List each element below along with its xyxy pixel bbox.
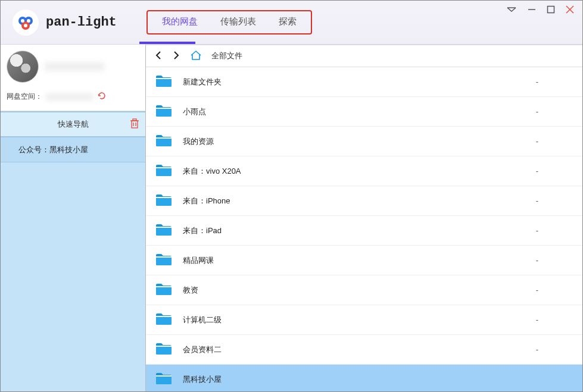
minimize-button[interactable] [528,5,536,15]
folder-icon [155,372,172,387]
main-panel: 全部文件 新建文件夹-小雨点-我的资源-来自：vivo X20A-来自：iPho… [146,45,582,391]
file-name: 教资 [183,285,501,296]
file-row[interactable]: 精品网课- [146,246,582,275]
file-row[interactable]: 我的资源- [146,127,582,156]
svg-rect-10 [132,121,138,128]
svg-rect-15 [156,78,172,79]
file-name: 精品网课 [183,255,501,266]
svg-rect-14 [133,119,136,121]
file-row[interactable]: 来自：iPad- [146,216,582,246]
file-name: 黑科技小屋 [183,374,501,385]
file-meta: - [501,196,573,205]
wechat-info[interactable]: 公众号：黑科技小屋 [1,137,145,162]
file-name: 我的资源 [183,136,501,147]
file-row[interactable]: 来自：vivo X20A- [146,156,582,186]
breadcrumb-root[interactable]: 全部文件 [211,51,242,61]
svg-rect-22 [156,286,172,287]
file-list[interactable]: 新建文件夹-小雨点-我的资源-来自：vivo X20A-来自：iPhone-来自… [146,67,582,391]
file-row[interactable]: 小雨点- [146,97,582,127]
tab-my-pan[interactable]: 我的网盘 [162,16,198,29]
back-button[interactable] [154,51,163,62]
svg-point-5 [24,24,27,27]
svg-rect-19 [156,197,172,198]
folder-icon [155,253,172,268]
home-icon[interactable] [190,50,202,62]
file-meta: - [501,226,573,235]
svg-rect-21 [156,256,172,258]
folder-icon [155,283,172,297]
svg-rect-24 [156,346,172,347]
dropdown-icon[interactable] [506,6,517,15]
tab-explore[interactable]: 探索 [279,16,297,29]
logo-area: pan-light [13,10,117,36]
svg-point-4 [27,19,30,23]
folder-icon [155,223,172,238]
username-redacted [45,62,104,71]
file-meta: - [501,256,573,265]
file-row[interactable]: 教资- [146,275,582,305]
file-row[interactable]: 来自：iPhone- [146,186,582,216]
quick-nav[interactable]: 快速导航 [1,111,145,137]
profile-panel: 网盘空间： [1,45,145,111]
file-name: 会员资料二 [183,344,501,355]
folder-icon [155,164,172,178]
avatar[interactable] [7,51,39,83]
trash-icon[interactable] [130,118,139,131]
svg-rect-18 [156,167,172,168]
app-title: pan-light [46,15,117,30]
file-row[interactable]: 黑科技小屋 [146,365,582,391]
file-name: 新建文件夹 [183,77,501,87]
folder-icon [155,312,172,327]
file-row[interactable]: 新建文件夹- [146,67,582,97]
svg-rect-20 [156,227,172,228]
file-meta: - [501,345,573,354]
quick-nav-label: 快速导航 [58,119,89,130]
refresh-icon[interactable] [97,91,107,102]
svg-point-3 [21,19,24,23]
titlebar: pan-light 我的网盘 传输列表 探索 [1,1,582,45]
maximize-button[interactable] [547,5,555,15]
file-name: 来自：iPad [183,225,501,236]
folder-icon [155,74,172,89]
window-controls [506,5,574,15]
storage-label: 网盘空间： [7,92,42,102]
folder-icon [155,134,172,149]
file-name: 来自：iPhone [183,196,501,206]
folder-icon [155,193,172,208]
file-row[interactable]: 会员资料二- [146,335,582,365]
file-meta: - [501,77,573,86]
file-name: 来自：vivo X20A [183,166,501,177]
svg-rect-7 [548,7,554,13]
svg-rect-16 [156,108,172,109]
wechat-label: 公众号：黑科技小屋 [18,145,88,155]
folder-icon [155,342,172,357]
file-name: 小雨点 [183,106,501,117]
svg-rect-23 [156,316,172,317]
main-tabs: 我的网盘 传输列表 探索 [146,10,312,35]
tab-transfer[interactable]: 传输列表 [220,16,256,29]
file-name: 计算机二级 [183,315,501,325]
file-meta: - [501,315,573,324]
file-row[interactable]: 计算机二级- [146,305,582,335]
file-meta: - [501,167,573,175]
file-meta: - [501,107,573,116]
app-logo-icon [13,10,39,36]
file-meta: - [501,286,573,294]
folder-icon [155,104,172,119]
svg-rect-25 [156,375,172,377]
sidebar: 网盘空间： 快速导航 公众号：黑科技小屋 [1,45,146,391]
storage-value-redacted [46,93,93,101]
close-button[interactable] [566,5,574,15]
tab-active-underline [139,42,195,44]
svg-rect-17 [156,137,172,139]
file-meta: - [501,137,573,146]
forward-button[interactable] [172,51,180,62]
file-toolbar: 全部文件 [146,45,582,67]
